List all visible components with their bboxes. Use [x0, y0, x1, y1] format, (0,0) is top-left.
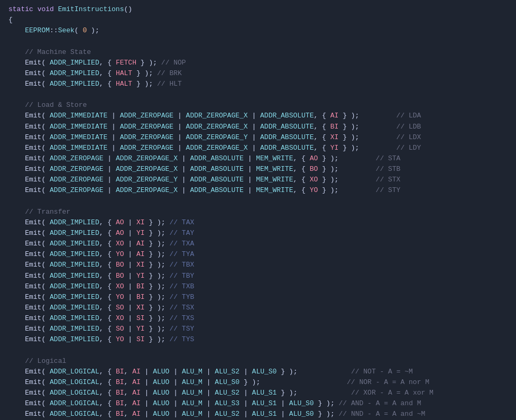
line-33 [8, 345, 508, 356]
line-19 [8, 196, 508, 207]
line-34: // Logical [8, 356, 508, 367]
line-15: Emit( ADDR_ZEROPAGE | ADDR_ZEROPAGE_X | … [8, 153, 508, 164]
line-5: // Machine State [8, 47, 508, 58]
line-2: { [8, 15, 508, 25]
line-26: Emit( ADDR_IMPLIED, { BO | YI } ); // TB… [8, 271, 508, 281]
line-4 [8, 36, 508, 47]
line-30: Emit( ADDR_IMPLIED, { XO | SI } ); // TX… [8, 313, 508, 324]
line-1: static void EmitInstructions() [8, 4, 508, 15]
line-21: Emit( ADDR_IMPLIED, { AO | XI } ); // TA… [8, 217, 508, 228]
line-38: Emit( ADDR_LOGICAL, { BI, AI | ALUO | AL… [8, 398, 508, 409]
line-20: // Transfer [8, 207, 508, 217]
line-16: Emit( ADDR_ZEROPAGE | ADDR_ZEROPAGE_X | … [8, 164, 508, 175]
line-11: Emit( ADDR_IMMEDIATE | ADDR_ZEROPAGE | A… [8, 111, 508, 121]
line-18: Emit( ADDR_ZEROPAGE | ADDR_ZEROPAGE_X | … [8, 185, 508, 196]
line-22: Emit( ADDR_IMPLIED, { AO | YI } ); // TA… [8, 228, 508, 239]
code-editor: static void EmitInstructions() { EEPROM:… [0, 0, 516, 420]
line-25: Emit( ADDR_IMPLIED, { BO | XI } ); // TB… [8, 260, 508, 270]
line-8: Emit( ADDR_IMPLIED, { HALT } ); // HLT [8, 79, 508, 89]
line-31: Emit( ADDR_IMPLIED, { SO | YI } ); // TS… [8, 324, 508, 334]
line-36: Emit( ADDR_LOGICAL, { BI, AI | ALUO | AL… [8, 377, 508, 388]
line-35: Emit( ADDR_LOGICAL, { BI, AI | ALUO | AL… [8, 367, 508, 377]
line-12: Emit( ADDR_IMMEDIATE | ADDR_ZEROPAGE | A… [8, 122, 508, 132]
line-29: Emit( ADDR_IMPLIED, { SO | XI } ); // TS… [8, 303, 508, 313]
line-23: Emit( ADDR_IMPLIED, { XO | AI } ); // TX… [8, 239, 508, 249]
line-32: Emit( ADDR_IMPLIED, { YO | SI } ); // TY… [8, 334, 508, 345]
line-39: Emit( ADDR_LOGICAL, { BI, AI | ALUO | AL… [8, 409, 508, 419]
line-6: Emit( ADDR_IMPLIED, { FETCH } ); // NOP [8, 58, 508, 68]
line-17: Emit( ADDR_ZEROPAGE | ADDR_ZEROPAGE_Y | … [8, 175, 508, 185]
line-14: Emit( ADDR_IMMEDIATE | ADDR_ZEROPAGE | A… [8, 143, 508, 153]
line-10: // Load & Store [8, 100, 508, 111]
line-7: Emit( ADDR_IMPLIED, { HALT } ); // BRK [8, 68, 508, 79]
line-28: Emit( ADDR_IMPLIED, { YO | BI } ); // TY… [8, 292, 508, 303]
line-37: Emit( ADDR_LOGICAL, { BI, AI | ALUO | AL… [8, 388, 508, 398]
line-13: Emit( ADDR_IMMEDIATE | ADDR_ZEROPAGE | A… [8, 132, 508, 143]
line-24: Emit( ADDR_IMPLIED, { YO | AI } ); // TY… [8, 249, 508, 260]
line-3: EEPROM::Seek( 0 ); [8, 25, 508, 36]
line-27: Emit( ADDR_IMPLIED, { XO | BI } ); // TX… [8, 281, 508, 292]
line-9 [8, 89, 508, 100]
